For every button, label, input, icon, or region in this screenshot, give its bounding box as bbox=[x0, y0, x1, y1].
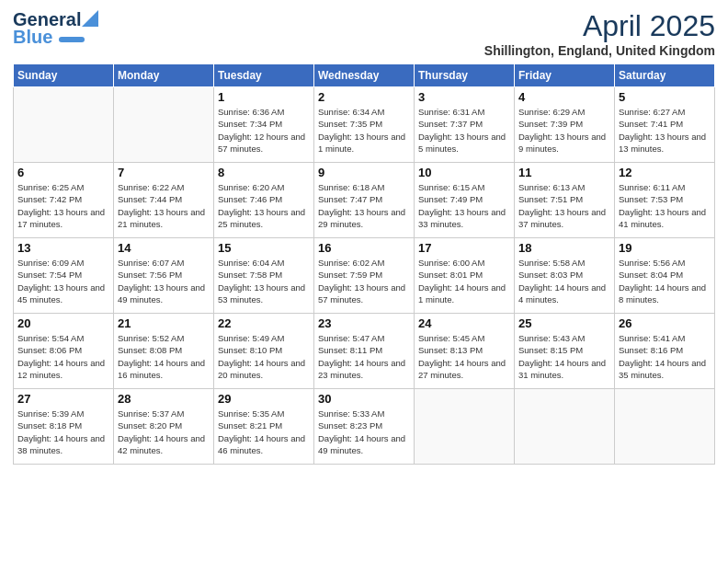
day-number: 19 bbox=[619, 241, 711, 255]
sun-info: Sunrise: 5:37 AM Sunset: 8:20 PM Dayligh… bbox=[118, 408, 210, 456]
day-number: 9 bbox=[318, 166, 410, 179]
col-tuesday: Tuesday bbox=[214, 64, 314, 87]
sun-info: Sunrise: 5:39 AM Sunset: 8:18 PM Dayligh… bbox=[17, 408, 109, 456]
svg-rect-1 bbox=[59, 37, 85, 42]
calendar-cell: 10Sunrise: 6:15 AM Sunset: 7:49 PM Dayli… bbox=[415, 163, 515, 238]
sun-info: Sunrise: 5:45 AM Sunset: 8:13 PM Dayligh… bbox=[418, 332, 510, 381]
sun-info: Sunrise: 6:11 AM Sunset: 7:53 PM Dayligh… bbox=[619, 181, 711, 230]
calendar-cell: 14Sunrise: 6:07 AM Sunset: 7:56 PM Dayli… bbox=[114, 238, 214, 314]
calendar-week-row: 1Sunrise: 6:36 AM Sunset: 7:34 PM Daylig… bbox=[14, 87, 715, 163]
sun-info: Sunrise: 5:35 AM Sunset: 8:21 PM Dayligh… bbox=[218, 408, 310, 456]
sun-info: Sunrise: 5:52 AM Sunset: 8:08 PM Dayligh… bbox=[118, 332, 210, 381]
calendar-cell: 29Sunrise: 5:35 AM Sunset: 8:21 PM Dayli… bbox=[214, 389, 314, 465]
calendar-cell: 19Sunrise: 5:56 AM Sunset: 8:04 PM Dayli… bbox=[615, 238, 715, 314]
calendar-cell: 26Sunrise: 5:41 AM Sunset: 8:16 PM Dayli… bbox=[615, 314, 715, 389]
day-number: 30 bbox=[318, 392, 410, 406]
day-number: 12 bbox=[619, 166, 711, 179]
calendar-cell: 9Sunrise: 6:18 AM Sunset: 7:47 PM Daylig… bbox=[314, 163, 415, 238]
calendar-cell bbox=[615, 389, 715, 465]
calendar-cell: 18Sunrise: 5:58 AM Sunset: 8:03 PM Dayli… bbox=[515, 238, 615, 314]
day-number: 17 bbox=[418, 241, 510, 255]
calendar-cell: 12Sunrise: 6:11 AM Sunset: 7:53 PM Dayli… bbox=[615, 163, 715, 238]
calendar-table: Sunday Monday Tuesday Wednesday Thursday… bbox=[13, 63, 715, 465]
sun-info: Sunrise: 6:04 AM Sunset: 7:58 PM Dayligh… bbox=[218, 257, 310, 305]
calendar-cell: 11Sunrise: 6:13 AM Sunset: 7:51 PM Dayli… bbox=[515, 163, 615, 238]
day-number: 23 bbox=[318, 316, 410, 330]
sun-info: Sunrise: 6:29 AM Sunset: 7:39 PM Dayligh… bbox=[518, 106, 610, 155]
location: Shillington, England, United Kingdom bbox=[484, 43, 715, 58]
calendar-cell bbox=[415, 389, 515, 465]
day-number: 25 bbox=[518, 316, 610, 330]
col-wednesday: Wednesday bbox=[314, 64, 415, 87]
logo: General Blue bbox=[13, 9, 98, 48]
sun-info: Sunrise: 6:09 AM Sunset: 7:54 PM Dayligh… bbox=[17, 257, 109, 305]
calendar-header-row: Sunday Monday Tuesday Wednesday Thursday… bbox=[14, 64, 715, 87]
col-sunday: Sunday bbox=[14, 64, 114, 87]
calendar-cell: 6Sunrise: 6:25 AM Sunset: 7:42 PM Daylig… bbox=[14, 163, 114, 238]
sun-info: Sunrise: 5:56 AM Sunset: 8:04 PM Dayligh… bbox=[619, 257, 711, 305]
calendar-cell: 7Sunrise: 6:22 AM Sunset: 7:44 PM Daylig… bbox=[114, 163, 214, 238]
calendar-cell: 15Sunrise: 6:04 AM Sunset: 7:58 PM Dayli… bbox=[214, 238, 314, 314]
calendar-cell bbox=[515, 389, 615, 465]
sun-info: Sunrise: 6:20 AM Sunset: 7:46 PM Dayligh… bbox=[218, 181, 310, 230]
day-number: 29 bbox=[218, 392, 310, 406]
calendar-cell: 28Sunrise: 5:37 AM Sunset: 8:20 PM Dayli… bbox=[114, 389, 214, 465]
sun-info: Sunrise: 6:15 AM Sunset: 7:49 PM Dayligh… bbox=[418, 181, 510, 230]
day-number: 11 bbox=[518, 166, 610, 179]
logo-underline-icon bbox=[59, 37, 85, 42]
calendar-cell: 20Sunrise: 5:54 AM Sunset: 8:06 PM Dayli… bbox=[14, 314, 114, 389]
page: General Blue April 2025 Shillington, Eng… bbox=[0, 0, 728, 563]
sun-info: Sunrise: 6:18 AM Sunset: 7:47 PM Dayligh… bbox=[318, 181, 410, 230]
sun-info: Sunrise: 5:49 AM Sunset: 8:10 PM Dayligh… bbox=[218, 332, 310, 381]
col-monday: Monday bbox=[114, 64, 214, 87]
sun-info: Sunrise: 6:22 AM Sunset: 7:44 PM Dayligh… bbox=[118, 181, 210, 230]
calendar-cell bbox=[114, 87, 214, 163]
day-number: 1 bbox=[218, 90, 310, 104]
day-number: 28 bbox=[118, 392, 210, 406]
calendar-week-row: 6Sunrise: 6:25 AM Sunset: 7:42 PM Daylig… bbox=[14, 163, 715, 238]
sun-info: Sunrise: 5:33 AM Sunset: 8:23 PM Dayligh… bbox=[318, 408, 410, 456]
day-number: 14 bbox=[118, 241, 210, 255]
day-number: 24 bbox=[418, 316, 510, 330]
day-number: 8 bbox=[218, 166, 310, 179]
sun-info: Sunrise: 5:58 AM Sunset: 8:03 PM Dayligh… bbox=[518, 257, 610, 305]
sun-info: Sunrise: 6:07 AM Sunset: 7:56 PM Dayligh… bbox=[118, 257, 210, 305]
svg-marker-0 bbox=[82, 10, 98, 27]
col-saturday: Saturday bbox=[615, 64, 715, 87]
day-number: 18 bbox=[518, 241, 610, 255]
calendar-cell: 3Sunrise: 6:31 AM Sunset: 7:37 PM Daylig… bbox=[415, 87, 515, 163]
col-thursday: Thursday bbox=[415, 64, 515, 87]
calendar-cell: 16Sunrise: 6:02 AM Sunset: 7:59 PM Dayli… bbox=[314, 238, 415, 314]
calendar-week-row: 13Sunrise: 6:09 AM Sunset: 7:54 PM Dayli… bbox=[14, 238, 715, 314]
sun-info: Sunrise: 6:27 AM Sunset: 7:41 PM Dayligh… bbox=[619, 106, 711, 155]
day-number: 5 bbox=[619, 90, 711, 104]
sun-info: Sunrise: 6:00 AM Sunset: 8:01 PM Dayligh… bbox=[418, 257, 510, 305]
day-number: 27 bbox=[17, 392, 109, 406]
col-friday: Friday bbox=[515, 64, 615, 87]
day-number: 20 bbox=[17, 316, 109, 330]
sun-info: Sunrise: 5:47 AM Sunset: 8:11 PM Dayligh… bbox=[318, 332, 410, 381]
logo-triangle-icon bbox=[82, 10, 98, 27]
sun-info: Sunrise: 6:02 AM Sunset: 7:59 PM Dayligh… bbox=[318, 257, 410, 305]
day-number: 21 bbox=[118, 316, 210, 330]
calendar-cell: 25Sunrise: 5:43 AM Sunset: 8:15 PM Dayli… bbox=[515, 314, 615, 389]
logo-blue-text: Blue bbox=[13, 27, 52, 47]
day-number: 7 bbox=[118, 166, 210, 179]
day-number: 3 bbox=[418, 90, 510, 104]
calendar-week-row: 27Sunrise: 5:39 AM Sunset: 8:18 PM Dayli… bbox=[14, 389, 715, 465]
calendar-cell: 24Sunrise: 5:45 AM Sunset: 8:13 PM Dayli… bbox=[415, 314, 515, 389]
calendar-cell bbox=[14, 87, 114, 163]
calendar-cell: 1Sunrise: 6:36 AM Sunset: 7:34 PM Daylig… bbox=[214, 87, 314, 163]
day-number: 10 bbox=[418, 166, 510, 179]
day-number: 6 bbox=[17, 166, 109, 179]
calendar-cell: 21Sunrise: 5:52 AM Sunset: 8:08 PM Dayli… bbox=[114, 314, 214, 389]
sun-info: Sunrise: 6:36 AM Sunset: 7:34 PM Dayligh… bbox=[218, 106, 310, 155]
sun-info: Sunrise: 6:31 AM Sunset: 7:37 PM Dayligh… bbox=[418, 106, 510, 155]
sun-info: Sunrise: 5:41 AM Sunset: 8:16 PM Dayligh… bbox=[619, 332, 711, 381]
day-number: 4 bbox=[518, 90, 610, 104]
calendar-cell: 30Sunrise: 5:33 AM Sunset: 8:23 PM Dayli… bbox=[314, 389, 415, 465]
day-number: 2 bbox=[318, 90, 410, 104]
calendar-cell: 17Sunrise: 6:00 AM Sunset: 8:01 PM Dayli… bbox=[415, 238, 515, 314]
sun-info: Sunrise: 6:13 AM Sunset: 7:51 PM Dayligh… bbox=[518, 181, 610, 230]
day-number: 13 bbox=[17, 241, 109, 255]
